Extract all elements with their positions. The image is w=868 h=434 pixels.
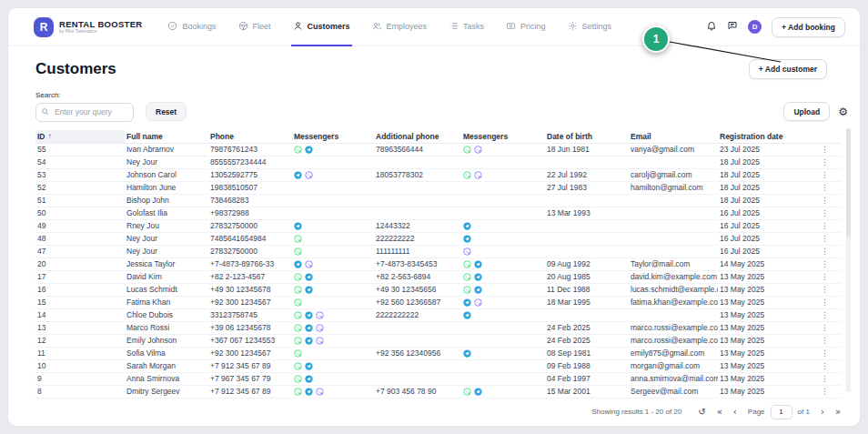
customer-row[interactable]: 12Emily Johnson+367 067 123455324 Feb 20… xyxy=(35,335,841,348)
person-icon xyxy=(293,21,303,31)
nav-item-fleet[interactable]: Fleet xyxy=(237,8,273,46)
last-page-button[interactable]: » xyxy=(835,408,841,417)
customer-row[interactable]: 15Fatima Khan+92 300 1234567+92 560 1236… xyxy=(35,297,841,309)
cell-id: 15 xyxy=(35,296,125,308)
customer-row[interactable]: 54Ney Jour855555723444418 Jul 2025⋮ xyxy=(35,156,841,169)
customer-row[interactable]: 14Chloe Dubois33123758745222222222213 Ma… xyxy=(35,309,841,322)
row-menu-button[interactable]: ⋮ xyxy=(821,336,829,345)
customer-row[interactable]: 10Sarah Morgan+7 912 345 67 8909 Feb 198… xyxy=(35,360,841,373)
customer-row[interactable]: 17David Kim+82 2-123-4567+82 2-563-68942… xyxy=(35,271,841,284)
customer-row[interactable]: 9Anna Smirnova+7 967 345 67 7904 Feb 199… xyxy=(35,373,841,386)
cell-registration-date: 16 Jul 2025 xyxy=(718,219,809,232)
customer-row[interactable]: 16Lucas Schmidt+49 30 12345678+49 30 123… xyxy=(35,284,841,297)
cell-messengers-2 xyxy=(461,222,545,230)
row-menu-button[interactable]: ⋮ xyxy=(821,196,829,205)
customer-row[interactable]: 13Marco Rossi+39 06 1234567824 Feb 2025m… xyxy=(35,322,841,335)
customer-row[interactable]: 53Johnson Carol130525927751805377830222 … xyxy=(35,169,841,182)
col-header-messengers[interactable]: Messengers xyxy=(461,130,545,143)
col-header-additional-phone[interactable]: Additional phone xyxy=(374,130,461,143)
customer-row[interactable]: 8Dmitry Sergeev+7 912 345 67 89+7 903 45… xyxy=(35,386,841,399)
row-menu-button[interactable]: ⋮ xyxy=(821,170,829,179)
table-settings-button[interactable]: ⚙ xyxy=(838,106,848,117)
notifications-button[interactable] xyxy=(706,20,717,34)
customer-row[interactable]: 50Golofast Ilia+9837298813 Mar 199316 Ju… xyxy=(35,207,841,220)
row-menu-button[interactable]: ⋮ xyxy=(821,157,829,167)
row-menu-button[interactable]: ⋮ xyxy=(821,310,829,319)
customer-row[interactable]: 20Jessica Taylor+7-4873-89766-33+7-4873-… xyxy=(35,258,841,271)
cell-id: 52 xyxy=(35,181,125,194)
nav-item-label: Employees xyxy=(387,22,428,31)
col-header-date-of-birth[interactable]: Date of birth xyxy=(545,130,629,143)
reset-button[interactable]: Reset xyxy=(146,102,187,121)
upload-button[interactable]: Upload xyxy=(783,102,830,121)
row-menu-button[interactable]: ⋮ xyxy=(821,221,829,230)
cell-messengers-2 xyxy=(461,286,545,294)
nav-item-pricing[interactable]: Pricing xyxy=(504,8,548,46)
cell-messengers-2 xyxy=(461,235,545,243)
row-menu-button[interactable]: ⋮ xyxy=(821,374,829,383)
search-input[interactable] xyxy=(35,103,134,122)
customer-row[interactable]: 51Bishop John73846828318 Jul 2025⋮ xyxy=(35,195,841,207)
cell-phone: 738468283 xyxy=(208,194,292,207)
add-booking-button[interactable]: + Add booking xyxy=(772,17,845,37)
gear-icon: ⚙ xyxy=(838,106,848,118)
row-menu-button[interactable]: ⋮ xyxy=(821,183,829,192)
col-header-id[interactable]: ID↑ xyxy=(35,130,125,143)
customer-row[interactable]: 52Hamilton June1983851050727 Jul 1983ham… xyxy=(35,182,841,195)
row-menu-button[interactable]: ⋮ xyxy=(821,285,829,294)
nav-item-label: Pricing xyxy=(520,22,546,31)
col-header-full-name[interactable]: Full name xyxy=(125,130,208,143)
row-menu-button[interactable]: ⋮ xyxy=(821,247,829,256)
col-header-registration-date[interactable]: Registration date xyxy=(718,130,809,143)
refresh-button[interactable]: ↺ xyxy=(698,408,705,417)
row-menu-button[interactable]: ⋮ xyxy=(821,323,829,332)
cell-date-of-birth: 15 Mar 2001 xyxy=(545,385,629,398)
cell-date-of-birth: 13 Mar 1993 xyxy=(545,207,629,219)
table-scrollbar[interactable] xyxy=(846,128,851,392)
col-header-email[interactable]: Email xyxy=(629,130,718,143)
cell-phone: +7 967 345 67 79 xyxy=(208,372,292,385)
customer-row[interactable]: 48Ney Jour748564165498422222222216 Jul 2… xyxy=(35,233,841,246)
customer-row[interactable]: 55Ivan Abramov798767612437896356644418 J… xyxy=(35,144,841,156)
row-menu-button[interactable]: ⋮ xyxy=(821,272,829,281)
row-menu-button[interactable]: ⋮ xyxy=(821,259,829,268)
brand-logo[interactable]: R RENTAL BOOSTER by Pilot Telematics xyxy=(34,17,142,37)
customer-row[interactable]: 47Ney Jour2783275000011111111116 Jul 202… xyxy=(35,246,841,258)
row-menu-button[interactable]: ⋮ xyxy=(821,208,829,217)
cell-phone: +7-4873-89766-33 xyxy=(208,257,292,270)
nav-item-employees[interactable]: Employees xyxy=(370,8,429,46)
first-page-button[interactable]: « xyxy=(717,408,722,417)
messages-button[interactable] xyxy=(727,20,738,34)
avatar[interactable]: D xyxy=(748,20,762,34)
cell-full-name: Bishop John xyxy=(125,194,208,207)
row-menu-button[interactable]: ⋮ xyxy=(821,387,829,396)
prev-page-button[interactable]: ‹ xyxy=(733,408,737,417)
gear-nav-icon xyxy=(568,21,578,31)
nav-item-settings[interactable]: Settings xyxy=(566,8,614,46)
row-menu-button[interactable]: ⋮ xyxy=(821,234,829,243)
steering-wheel-icon xyxy=(238,21,248,31)
cell-additional-phone: 78963566444 xyxy=(374,143,461,156)
cell-additional-phone: 111111111 xyxy=(374,245,461,257)
customer-row[interactable]: 11Sofia Vilma+92 300 1234567+92 356 1234… xyxy=(35,348,841,360)
top-navbar: R RENTAL BOOSTER by Pilot Telematics Boo… xyxy=(8,8,860,46)
nav-item-bookings[interactable]: Bookings xyxy=(166,8,217,46)
row-menu-button[interactable]: ⋮ xyxy=(821,361,829,370)
row-menu-button[interactable]: ⋮ xyxy=(821,145,829,154)
telegram-icon xyxy=(305,388,313,396)
page-input[interactable] xyxy=(771,405,792,419)
row-menu-button[interactable]: ⋮ xyxy=(821,348,829,358)
col-header-phone[interactable]: Phone xyxy=(208,130,292,143)
nav-item-tasks[interactable]: Tasks xyxy=(447,8,486,46)
add-customer-button[interactable]: + Add customer xyxy=(749,59,827,79)
nav-item-customers[interactable]: Customers xyxy=(291,8,352,46)
row-menu-button[interactable]: ⋮ xyxy=(821,298,829,307)
customer-row[interactable]: 49Rney Jou278327500001244332216 Jul 2025… xyxy=(35,220,841,233)
whatsapp-icon xyxy=(294,375,302,383)
telegram-icon xyxy=(294,222,302,230)
cell-registration-date: 18 Jul 2025 xyxy=(718,181,809,194)
cell-additional-phone: 2222222222 xyxy=(374,308,461,321)
col-header-actions[interactable] xyxy=(809,130,841,143)
col-header-messengers[interactable]: Messengers xyxy=(292,130,374,143)
next-page-button[interactable]: › xyxy=(821,408,824,417)
